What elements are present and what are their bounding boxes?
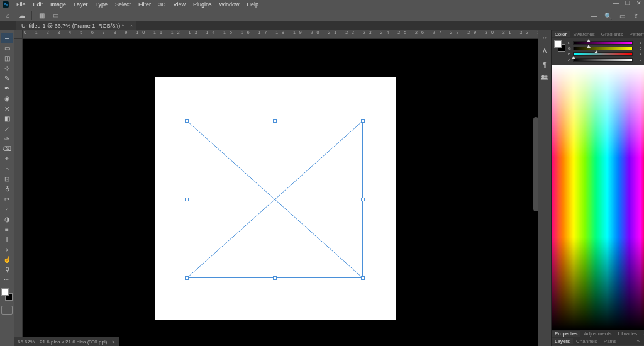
menu-3d[interactable]: 3D	[155, 1, 170, 8]
slider-r[interactable]: R5	[568, 40, 641, 45]
tool-17[interactable]: ⟋	[1, 204, 13, 214]
right-panel-group: ColorSwatchesGradientsPatterns» R5G5B7A0…	[551, 30, 644, 346]
tool-7[interactable]: ⨯	[1, 103, 13, 113]
panel-tab-channels[interactable]: Channels	[573, 338, 601, 344]
tool-3[interactable]: ⊹	[1, 63, 13, 73]
tool-13[interactable]: ○	[1, 164, 13, 174]
menu-edit[interactable]: Edit	[30, 1, 47, 8]
menu-image[interactable]: Image	[47, 1, 70, 8]
foreground-background-swatch[interactable]	[1, 288, 13, 301]
cloud-docs-button[interactable]: ☁	[18, 11, 26, 20]
transform-handle-br[interactable]	[361, 276, 365, 280]
transform-handle-ml[interactable]	[185, 198, 189, 201]
menu-view[interactable]: View	[170, 1, 189, 8]
menu-layer[interactable]: Layer	[70, 1, 92, 8]
color-sliders: R5G5B7A0	[568, 40, 641, 63]
home-button[interactable]: ⌂	[4, 11, 13, 20]
close-button[interactable]: ✕	[636, 0, 641, 6]
menu-help[interactable]: Help	[243, 1, 263, 8]
panel-tab-properties[interactable]: Properties	[552, 331, 580, 337]
color-spectrum-picker[interactable]	[552, 65, 644, 330]
transform-handle-tr[interactable]	[361, 119, 365, 123]
color-swatch[interactable]	[554, 40, 565, 52]
panel-tab-patterns[interactable]: Patterns	[626, 31, 645, 37]
tool-10[interactable]: ✑	[1, 133, 13, 143]
tool-21[interactable]: ▹	[1, 244, 13, 254]
vertical-ruler[interactable]	[14, 39, 23, 346]
collapsed-panel-0[interactable]: ↔	[540, 33, 549, 42]
menu-select[interactable]: Select	[111, 1, 135, 8]
menu-window[interactable]: Window	[216, 1, 243, 8]
panel-tab-gradients[interactable]: Gradients	[598, 31, 626, 37]
grid-option-button[interactable]: ▦	[37, 11, 46, 20]
close-tab-icon[interactable]: ×	[130, 23, 133, 28]
tool-2[interactable]: ◫	[1, 53, 13, 63]
menu-filter[interactable]: Filter	[135, 1, 155, 8]
tool-18[interactable]: ◑	[1, 214, 13, 224]
tool-22[interactable]: ☝	[1, 254, 13, 264]
stroke-option-button[interactable]: ▭	[51, 11, 60, 20]
slider-a[interactable]: A0	[568, 57, 641, 62]
panel-tab-swatches[interactable]: Swatches	[570, 31, 598, 37]
document-tab[interactable]: Untitled-1 @ 66.7% (Frame 1, RGB/8#) * ×	[16, 21, 136, 30]
status-flyout-icon[interactable]: >	[112, 339, 115, 345]
zoom-level[interactable]: 66.67%	[18, 339, 35, 345]
menu-file[interactable]: File	[13, 1, 30, 8]
slider-g[interactable]: G5	[568, 46, 641, 50]
frame-object[interactable]	[187, 121, 363, 278]
tool-19[interactable]: ≡	[1, 224, 13, 234]
document-dimensions: 21.6 pica x 21.6 pica (300 ppi)	[40, 339, 107, 345]
frame-outline	[187, 121, 363, 278]
panel-menu-icon[interactable]: »	[634, 338, 643, 344]
minimize-app-icon[interactable]: —	[590, 11, 599, 20]
panel-tab-color[interactable]: Color	[552, 31, 570, 37]
tool-14[interactable]: ⊡	[1, 174, 13, 184]
tool-16[interactable]: ✂	[1, 194, 13, 204]
minimize-button[interactable]: —	[613, 0, 619, 6]
transform-handle-bl[interactable]	[185, 276, 189, 280]
maximize-button[interactable]: ❐	[625, 0, 630, 6]
tool-9[interactable]: ⟋	[1, 123, 13, 133]
tool-1[interactable]: ▭	[1, 43, 13, 53]
window-controls: — ❐ ✕	[613, 0, 641, 6]
search-icon[interactable]: 🔍	[604, 11, 613, 20]
panel-tab-layers[interactable]: Layers	[552, 338, 573, 344]
color-panel-tabs: ColorSwatchesGradientsPatterns»	[552, 30, 644, 38]
toolbox: ↔▭◫⊹✎✒◉⨯◧⟋✑⌫⌖○⊡♁✂⟋◑≡T▹☝⚲⋯	[0, 30, 14, 346]
tool-24[interactable]: ⋯	[1, 274, 13, 284]
horizontal-ruler[interactable]: 0 1 2 3 4 5 6 7 8 9 10 11 12 13 14 15 16…	[23, 30, 538, 39]
collapsed-panel-dock: ↔A¶ᚙ	[538, 30, 551, 346]
canvas-scrollbar[interactable]	[533, 117, 538, 211]
tool-20[interactable]: T	[1, 234, 13, 244]
tool-8[interactable]: ◧	[1, 113, 13, 123]
tool-6[interactable]: ◉	[1, 93, 13, 103]
workspace-switcher-icon[interactable]: ▭	[618, 11, 626, 20]
tool-11[interactable]: ⌫	[1, 143, 13, 153]
menu-type[interactable]: Type	[92, 1, 112, 8]
transform-handle-tc[interactable]	[273, 119, 277, 123]
tool-5[interactable]: ✒	[1, 83, 13, 93]
tool-15[interactable]: ♁	[1, 184, 13, 194]
panel-tab-adjustments[interactable]: Adjustments	[580, 331, 614, 337]
transform-handle-mr[interactable]	[361, 198, 365, 201]
properties-panel-tabs: PropertiesAdjustmentsLibraries»	[552, 330, 644, 337]
collapsed-panel-3[interactable]: ᚙ	[540, 74, 549, 83]
panel-menu-icon[interactable]: »	[640, 331, 644, 337]
tool-0[interactable]: ↔	[1, 33, 13, 43]
panel-tab-paths[interactable]: Paths	[601, 338, 619, 344]
panel-tab-libraries[interactable]: Libraries	[615, 331, 641, 337]
ruler-origin[interactable]	[14, 30, 23, 39]
collapsed-panel-1[interactable]: A	[540, 47, 549, 55]
document-tab-title: Untitled-1 @ 66.7% (Frame 1, RGB/8#) *	[21, 23, 124, 29]
tool-23[interactable]: ⚲	[1, 264, 13, 274]
tool-4[interactable]: ✎	[1, 73, 13, 83]
canvas-area[interactable]: 0 1 2 3 4 5 6 7 8 9 10 11 12 13 14 15 16…	[14, 30, 538, 346]
tool-12[interactable]: ⌖	[1, 153, 13, 164]
transform-handle-tl[interactable]	[185, 119, 189, 123]
menu-plugins[interactable]: Plugins	[189, 1, 216, 8]
transform-handle-bc[interactable]	[273, 276, 277, 280]
quick-mask-toggle[interactable]	[1, 306, 13, 315]
share-icon[interactable]: ⇪	[631, 11, 640, 20]
collapsed-panel-2[interactable]: ¶	[540, 60, 549, 69]
slider-b[interactable]: B7	[568, 52, 641, 56]
